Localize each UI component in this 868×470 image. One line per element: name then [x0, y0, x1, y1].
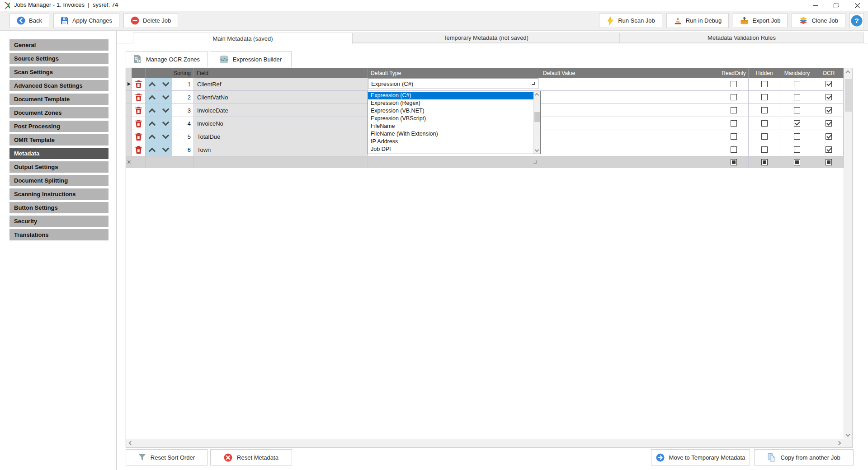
ocr-checkbox[interactable]: [826, 120, 832, 127]
move-up-button[interactable]: [146, 91, 159, 103]
hidden-checkbox[interactable]: [761, 146, 768, 153]
mandatory-checkbox[interactable]: [794, 146, 800, 153]
hidden-checkbox[interactable]: [761, 107, 768, 113]
default-value-cell[interactable]: [540, 117, 719, 130]
move-up-button[interactable]: [146, 78, 159, 90]
header-hidden[interactable]: Hidden: [749, 68, 780, 78]
mandatory-checkbox[interactable]: [794, 81, 800, 87]
hidden-checkbox[interactable]: [761, 81, 768, 87]
delete-row-button[interactable]: [132, 91, 146, 103]
move-up-button[interactable]: [146, 143, 159, 156]
scroll-left-icon[interactable]: [129, 441, 133, 446]
default-value-cell[interactable]: [540, 78, 719, 90]
move-up-button[interactable]: [146, 130, 159, 143]
header-mandatory[interactable]: Mandatory: [780, 68, 814, 78]
sidebar-item-document-zones[interactable]: Document Zones: [9, 107, 108, 118]
ocr-checkbox[interactable]: [826, 81, 832, 87]
sidebar-item-translations[interactable]: Translations: [9, 229, 108, 240]
readonly-checkbox[interactable]: [731, 81, 737, 87]
vertical-scrollbar[interactable]: [844, 68, 853, 439]
delete-row-button[interactable]: [132, 117, 146, 130]
sidebar-item-security[interactable]: Security: [9, 216, 108, 227]
sidebar-item-output-settings[interactable]: Output Settings: [9, 161, 108, 173]
back-button[interactable]: Back: [9, 13, 49, 28]
move-down-button[interactable]: [159, 78, 172, 90]
ocr-checkbox[interactable]: [826, 107, 832, 113]
readonly-checkbox[interactable]: [731, 94, 737, 100]
help-button[interactable]: ?: [849, 13, 864, 28]
sidebar-item-general[interactable]: General: [9, 39, 108, 51]
header-default-value[interactable]: Default Value: [540, 68, 719, 78]
run-in-debug-button[interactable]: Run in Debug: [666, 13, 729, 28]
new-row-default-value-cell[interactable]: [540, 156, 719, 168]
sidebar-item-advanced-scan-settings[interactable]: Advanced Scan Settings: [9, 80, 108, 91]
hidden-checkbox[interactable]: [761, 159, 768, 165]
header-sorting[interactable]: Sorting: [172, 68, 194, 78]
horizontal-scrollbar[interactable]: [126, 439, 844, 447]
move-down-button[interactable]: [159, 130, 172, 143]
default-value-cell[interactable]: [540, 104, 719, 117]
readonly-checkbox[interactable]: [731, 146, 737, 153]
delete-row-button[interactable]: [132, 104, 146, 117]
readonly-checkbox[interactable]: [731, 107, 737, 113]
hidden-checkbox[interactable]: [761, 94, 768, 100]
dropdown-option-expression-vb-net[interactable]: Expression (VB.NET): [368, 107, 533, 115]
field-cell[interactable]: InvoiceNo: [194, 117, 368, 130]
move-to-temporary-metadata-button[interactable]: Move to Temporary Metadata: [651, 449, 750, 465]
scroll-right-icon[interactable]: [837, 441, 841, 446]
scroll-up-icon[interactable]: [535, 93, 539, 98]
move-down-button[interactable]: [159, 143, 172, 156]
scroll-up-icon[interactable]: [846, 70, 850, 75]
header-default-type[interactable]: Default Type: [368, 68, 540, 78]
mandatory-checkbox[interactable]: [794, 159, 800, 165]
ocr-checkbox[interactable]: [826, 159, 832, 165]
field-cell[interactable]: ClientRef: [194, 78, 368, 90]
dropdown-option-filename[interactable]: FileName: [368, 122, 533, 130]
dropdown-option-job-dpi[interactable]: Job DPI: [368, 146, 533, 153]
sidebar-item-metadata[interactable]: Metadata: [9, 148, 108, 159]
ocr-checkbox[interactable]: [826, 146, 832, 153]
manage-ocr-zones-button[interactable]: Manage OCR Zones: [126, 51, 208, 67]
field-cell[interactable]: ClientVatNo: [194, 91, 368, 103]
minimize-button[interactable]: [807, 0, 825, 11]
header-readonly[interactable]: ReadOnly: [719, 68, 749, 78]
sidebar-item-button-settings[interactable]: Button Settings: [9, 202, 108, 213]
move-up-button[interactable]: [146, 117, 159, 130]
move-down-button[interactable]: [159, 117, 172, 130]
sidebar-item-omr-template[interactable]: OMR Template: [9, 134, 108, 146]
dropdown-option-filename-with-extension[interactable]: FileName (With Extension): [368, 130, 533, 138]
clone-job-button[interactable]: Clone Job: [792, 13, 845, 28]
default-value-cell[interactable]: [540, 130, 719, 143]
sidebar-item-document-template[interactable]: Document Template: [9, 94, 108, 105]
header-field[interactable]: Field: [194, 68, 368, 78]
delete-job-button[interactable]: Delete Job: [123, 13, 178, 28]
move-down-button[interactable]: [159, 104, 172, 117]
dropdown-option-expression-c[interactable]: Expression (C#): [368, 92, 533, 99]
field-cell[interactable]: Town: [194, 143, 368, 156]
expression-builder-button[interactable]: </> Expression Builder: [210, 51, 292, 67]
new-row[interactable]: ✳: [126, 156, 853, 168]
delete-row-button[interactable]: [132, 143, 146, 156]
tab-temporary-metadata-not-saved[interactable]: Temporary Metadata (not saved): [353, 33, 619, 43]
close-button[interactable]: [848, 0, 866, 11]
scroll-down-icon[interactable]: [535, 148, 539, 152]
readonly-checkbox[interactable]: [731, 133, 737, 140]
default-value-cell[interactable]: [540, 91, 719, 103]
default-type-combobox[interactable]: Expression (C#): [368, 78, 538, 89]
sidebar-item-source-settings[interactable]: Source Settings: [9, 53, 108, 64]
field-cell[interactable]: TotalDue: [194, 130, 368, 143]
move-up-button[interactable]: [146, 104, 159, 117]
mandatory-checkbox[interactable]: [794, 107, 800, 113]
mandatory-checkbox[interactable]: [794, 94, 800, 100]
apply-changes-button[interactable]: Apply Changes: [53, 13, 119, 28]
move-down-button[interactable]: [159, 91, 172, 103]
mandatory-checkbox[interactable]: [794, 120, 800, 127]
dropdown-option-ip-address[interactable]: IP Address: [368, 138, 533, 146]
tab-main-metadata-saved[interactable]: Main Metadata (saved): [133, 33, 353, 44]
reset-sort-order-button[interactable]: Reset Sort Order: [126, 449, 208, 465]
readonly-checkbox[interactable]: [731, 120, 737, 127]
field-cell[interactable]: InvoiceDate: [194, 104, 368, 117]
tab-metadata-validation-rules[interactable]: Metadata Validation Rules: [619, 33, 864, 43]
run-scan-job-button[interactable]: Run Scan Job: [599, 13, 662, 28]
hidden-checkbox[interactable]: [761, 120, 768, 127]
